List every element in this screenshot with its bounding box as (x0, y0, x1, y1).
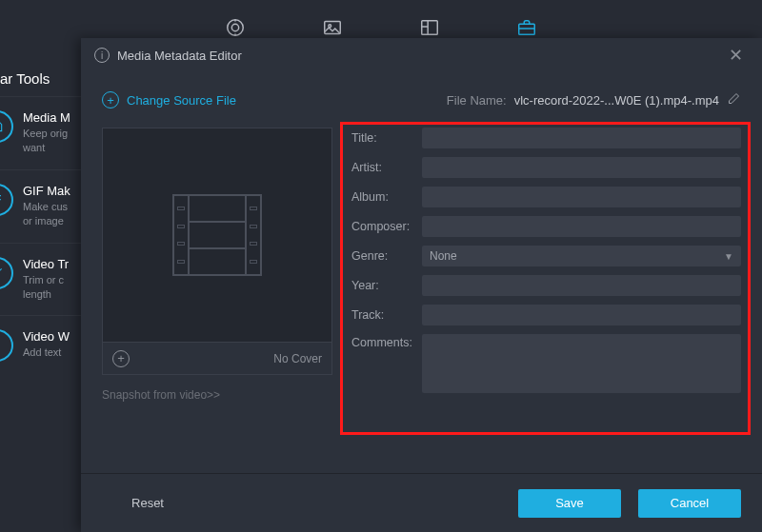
filename-label: File Name: (447, 93, 507, 108)
composer-label: Composer: (351, 220, 422, 233)
tool-title: Video W (23, 329, 70, 344)
cover-preview (102, 128, 332, 343)
tool-title: Media M (23, 110, 73, 125)
plus-icon: + (102, 91, 119, 108)
title-input[interactable] (422, 128, 741, 148)
change-source-label: Change Source File (127, 93, 236, 108)
cancel-button[interactable]: Cancel (638, 489, 741, 518)
composer-input[interactable] (422, 216, 741, 237)
toolbox-icon[interactable] (516, 17, 537, 38)
chevron-down-icon: ▼ (724, 251, 733, 262)
tool-desc: Trim or c length (23, 273, 73, 303)
tool-desc: Add text (23, 345, 70, 360)
year-input[interactable] (422, 275, 741, 296)
album-label: Album: (351, 190, 422, 204)
film-frame-icon (172, 194, 262, 276)
cover-panel: + No Cover Snapshot from video>> (102, 128, 332, 473)
tool-item-video-watermark[interactable]: Video W Add text (0, 315, 81, 375)
tool-title: GIF Mak (23, 184, 73, 198)
filename-display: File Name: vlc-record-2022-...W0E (1).mp… (447, 91, 741, 108)
modal-body: + No Cover Snapshot from video>> Title: … (81, 118, 762, 473)
filename-value: vlc-record-2022-...W0E (1).mp4-.mp4 (514, 93, 719, 108)
no-cover-label: No Cover (273, 352, 322, 365)
tool-item-video-trim[interactable]: Video Tr Trim or c length (0, 243, 81, 316)
svg-point-1 (231, 24, 238, 30)
tool-item-gif-maker[interactable]: IF GIF Mak Make cus or image (0, 169, 81, 243)
tool-icon (0, 257, 13, 289)
add-cover-button[interactable]: + (112, 350, 130, 367)
artist-label: Artist: (351, 161, 422, 174)
artist-input[interactable] (422, 157, 741, 178)
modal-toolbar: + Change Source File File Name: vlc-reco… (81, 72, 762, 118)
metadata-form: Title: Artist: Album: Composer: Genre: N… (351, 128, 741, 473)
save-button[interactable]: Save (518, 489, 621, 518)
image-icon[interactable] (322, 17, 343, 38)
change-source-button[interactable]: + Change Source File (102, 91, 236, 108)
edit-filename-icon[interactable] (727, 91, 741, 108)
reset-button[interactable]: Reset (102, 489, 193, 518)
genre-select[interactable]: None ▼ (422, 246, 741, 266)
info-icon: i (94, 48, 110, 63)
tool-desc: Keep orig want (23, 127, 73, 156)
layout-icon[interactable] (419, 17, 440, 38)
tool-title: Video Tr (23, 257, 73, 271)
comments-label: Comments: (351, 334, 422, 349)
modal-title: Media Metadata Editor (117, 49, 242, 63)
sidebar: ar Tools Media M Keep orig want IF GIF M… (0, 55, 81, 532)
play-circle-icon[interactable] (225, 17, 246, 38)
svg-rect-5 (519, 24, 535, 34)
svg-point-0 (228, 20, 244, 36)
snapshot-from-video-link[interactable]: Snapshot from video>> (102, 388, 332, 402)
metadata-editor-modal: i Media Metadata Editor ✕ + Change Sourc… (81, 38, 762, 532)
comments-textarea[interactable] (422, 334, 741, 393)
tool-icon (0, 110, 13, 143)
tool-item-media-metadata[interactable]: Media M Keep orig want (0, 96, 81, 169)
tool-icon (0, 329, 13, 362)
modal-header: i Media Metadata Editor ✕ (81, 38, 762, 72)
track-label: Track: (351, 308, 422, 322)
svg-rect-4 (422, 21, 438, 35)
album-input[interactable] (422, 187, 741, 207)
genre-label: Genre: (351, 249, 422, 263)
title-label: Title: (351, 131, 422, 145)
year-label: Year: (351, 279, 422, 292)
tool-icon: IF (0, 184, 13, 216)
cover-footer: + No Cover (102, 343, 332, 375)
sidebar-heading: ar Tools (0, 55, 81, 96)
genre-value: None (430, 249, 457, 263)
close-icon[interactable]: ✕ (723, 41, 749, 69)
modal-footer: Reset Save Cancel (81, 473, 762, 532)
track-input[interactable] (422, 305, 741, 325)
tool-desc: Make cus or image (23, 200, 73, 229)
